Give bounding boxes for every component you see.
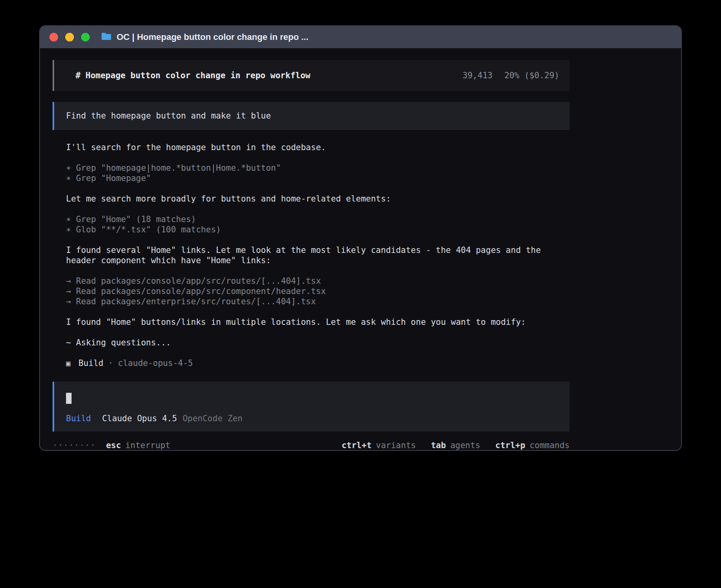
session-header: # Homepage button color change in repo w… <box>53 60 570 91</box>
context-usage: 20% ($0.29) <box>504 70 559 81</box>
hint-key: esc <box>106 440 121 450</box>
user-message: Find the homepage button and make it blu… <box>53 102 570 130</box>
transcript: I'll search for the homepage button in t… <box>66 142 570 348</box>
assistant-text: Let me search more broadly for buttons a… <box>66 194 556 204</box>
window-title: OC | Homepage button color change in rep… <box>117 32 308 42</box>
folder-icon <box>101 32 112 42</box>
hint-key: ctrl+p <box>495 440 525 450</box>
terminal-window: OC | Homepage button color change in rep… <box>39 25 682 451</box>
status-bar: ········ esc interrupt ctrl+t variants t… <box>53 440 570 450</box>
hints-right: ctrl+t variants tab agents ctrl+p comman… <box>342 440 570 450</box>
token-count: 39,413 <box>462 70 493 81</box>
assistant-text: I found "Home" buttons/links in multiple… <box>66 317 556 327</box>
tool-call-read: → Read packages/console/app/src/componen… <box>66 286 570 296</box>
assistant-status-text: ~ Asking questions... <box>66 337 556 348</box>
tool-call-grep: ∗ Grep "homepage|home.*button|Home.*butt… <box>66 163 570 173</box>
terminal-content[interactable]: # Homepage button color change in repo w… <box>40 48 681 450</box>
session-title: # Homepage button color change in repo w… <box>75 70 310 81</box>
assistant-text: I'll search for the homepage button in t… <box>66 142 556 153</box>
hint-key: tab <box>431 440 446 450</box>
model-label: Claude Opus 4.5 <box>102 413 177 424</box>
input-meta: Build Claude Opus 4.5 OpenCode Zen <box>66 413 559 424</box>
hint-label: commands <box>530 440 570 450</box>
spinner-dots: ········ <box>53 440 96 450</box>
hint-label: agents <box>450 440 480 450</box>
hint-agents: tab agents <box>431 440 480 450</box>
minimize-button[interactable] <box>65 33 74 41</box>
close-button[interactable] <box>49 33 58 41</box>
user-message-text: Find the homepage button and make it blu… <box>66 111 271 121</box>
agent-separator: · <box>108 358 113 368</box>
agent-icon: ▣ <box>66 358 70 368</box>
tool-call-glob: ∗ Glob "**/*.tsx" (100 matches) <box>66 224 570 235</box>
hint-key: ctrl+t <box>342 440 372 450</box>
hint-label: interrupt <box>125 440 170 450</box>
session-stats: 39,413 20% ($0.29) <box>462 70 559 81</box>
agent-model: claude-opus-4-5 <box>118 358 193 368</box>
hint-label: variants <box>376 440 416 450</box>
zoom-button[interactable] <box>81 33 90 41</box>
agent-mode-label: Build <box>66 413 91 424</box>
agent-name: Build <box>78 358 103 368</box>
tool-call-read: → Read packages/enterprise/src/routes/[.… <box>66 296 570 307</box>
hint-commands: ctrl+p commands <box>495 440 570 450</box>
prompt-input[interactable]: Build Claude Opus 4.5 OpenCode Zen <box>53 382 570 432</box>
titlebar[interactable]: OC | Homepage button color change in rep… <box>40 26 681 48</box>
hint-interrupt: esc interrupt <box>106 440 170 450</box>
window-controls <box>49 33 90 41</box>
assistant-text: I found several "Home" links. Let me loo… <box>66 245 556 266</box>
provider-label: OpenCode Zen <box>183 413 243 424</box>
text-cursor <box>66 393 72 404</box>
hint-variants: ctrl+t variants <box>342 440 416 450</box>
tool-call-grep: ∗ Grep "Homepage" <box>66 173 570 183</box>
tool-call-grep: ∗ Grep "Home" (18 matches) <box>66 214 570 224</box>
title-area: OC | Homepage button color change in rep… <box>101 32 308 42</box>
agent-status: ▣ Build · claude-opus-4-5 <box>66 358 570 368</box>
tool-call-read: → Read packages/console/app/src/routes/[… <box>66 276 570 286</box>
